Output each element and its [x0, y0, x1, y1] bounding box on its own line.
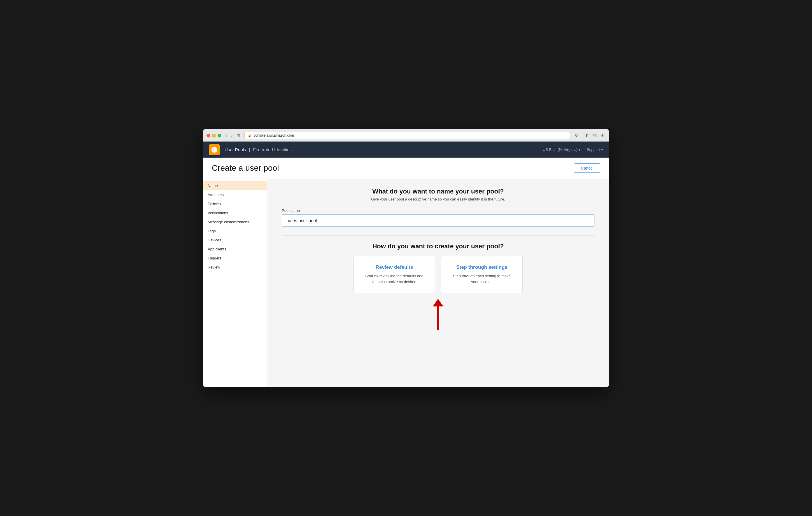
arrow-container [282, 299, 594, 330]
page-title: Create a user pool [212, 163, 279, 173]
sidebar-item-devices[interactable]: Devices [203, 236, 267, 245]
sidebar-item-message-customizations[interactable]: Message customizations [203, 217, 267, 226]
sidebar: Name Attributes Policies Verifications M… [203, 179, 267, 387]
share-button[interactable]: ⬆ [583, 132, 590, 139]
forward-button[interactable]: › [230, 133, 234, 138]
nav-links: User Pools | Federated Identities [225, 147, 543, 152]
pool-name-form-group: Pool name [282, 208, 594, 226]
arrow-shaft [437, 306, 439, 330]
nav-separator: | [249, 147, 250, 152]
browser-window: ‹ › ⊡ 🔒 console.aws.amazon.com ↻ ⬆ ⧉ + [203, 129, 609, 387]
svg-rect-0 [213, 147, 214, 148]
arrow-head-icon [433, 299, 443, 306]
add-tab-button[interactable]: + [599, 132, 606, 139]
browser-actions: ⬆ ⧉ + [583, 132, 606, 139]
sidebar-item-policies[interactable]: Policies [203, 199, 267, 208]
maximize-button[interactable] [218, 134, 221, 137]
red-arrow [433, 299, 443, 330]
section-divider [282, 235, 594, 236]
sidebar-item-app-clients[interactable]: App clients [203, 245, 267, 254]
svg-rect-1 [215, 147, 216, 148]
tabs-button[interactable]: ⧉ [591, 132, 598, 139]
sidebar-item-name[interactable]: Name [203, 181, 267, 190]
nav-right: US East (N. Virginia) ▾ Support ▾ [543, 147, 603, 152]
sidebar-item-triggers[interactable]: Triggers [203, 254, 267, 263]
sidebar-item-tags[interactable]: Tags [203, 226, 267, 236]
app: User Pools | Federated Identities US Eas… [203, 141, 609, 387]
top-nav: User Pools | Federated Identities US Eas… [203, 141, 609, 158]
sidebar-item-verifications[interactable]: Verifications [203, 208, 267, 217]
lock-icon: 🔒 [248, 134, 252, 137]
pool-name-section-subtitle: Give your user pool a descriptive name s… [282, 197, 594, 201]
pool-name-label: Pool name [282, 208, 594, 213]
region-arrow-icon: ▾ [579, 147, 581, 152]
url-text: console.aws.amazon.com [254, 133, 294, 137]
federated-identities-link[interactable]: Federated Identities [253, 147, 292, 152]
back-button[interactable]: ‹ [224, 133, 229, 138]
region-label: US East (N. Virginia) [543, 147, 578, 152]
support-menu[interactable]: Support ▾ [586, 147, 603, 152]
browser-chrome: ‹ › ⊡ 🔒 console.aws.amazon.com ↻ ⬆ ⧉ + [203, 129, 609, 141]
aws-logo-icon [211, 146, 218, 153]
user-pools-link[interactable]: User Pools [225, 147, 246, 152]
review-defaults-title: Review defaults [363, 265, 426, 270]
reload-button[interactable]: ↻ [573, 133, 580, 138]
step-through-card[interactable]: Step through settings Step through each … [441, 256, 523, 293]
sidebar-item-attributes[interactable]: Attributes [203, 190, 267, 199]
traffic-lights [206, 134, 221, 137]
aws-logo [209, 144, 220, 155]
minimize-button[interactable] [212, 134, 216, 137]
cancel-button[interactable]: Cancel [574, 163, 600, 173]
support-label: Support [586, 147, 600, 152]
main-content: Create a user pool Cancel Name Attribute… [203, 158, 609, 387]
window-button[interactable]: ⊡ [235, 133, 241, 138]
step-through-desc: Step through each setting to make your c… [451, 273, 513, 284]
page-header: Create a user pool Cancel [203, 158, 609, 179]
support-arrow-icon: ▾ [601, 147, 603, 152]
sidebar-item-review[interactable]: Review [203, 263, 267, 272]
options-row: Review defaults Start by reviewing the d… [282, 256, 594, 293]
main-panel: What do you want to name your user pool?… [267, 179, 609, 387]
review-defaults-card[interactable]: Review defaults Start by reviewing the d… [353, 256, 435, 293]
pool-name-input[interactable] [282, 215, 594, 226]
close-button[interactable] [206, 134, 210, 137]
pool-name-section-title: What do you want to name your user pool? [282, 188, 594, 195]
address-bar[interactable]: 🔒 console.aws.amazon.com [244, 132, 570, 139]
nav-buttons: ‹ › ⊡ [224, 133, 241, 138]
region-selector[interactable]: US East (N. Virginia) ▾ [543, 147, 581, 152]
content-area: Name Attributes Policies Verifications M… [203, 179, 609, 387]
review-defaults-desc: Start by reviewing the defaults and then… [363, 273, 426, 284]
step-through-title: Step through settings [451, 265, 513, 270]
creation-method-title: How do you want to create your user pool… [282, 243, 594, 250]
